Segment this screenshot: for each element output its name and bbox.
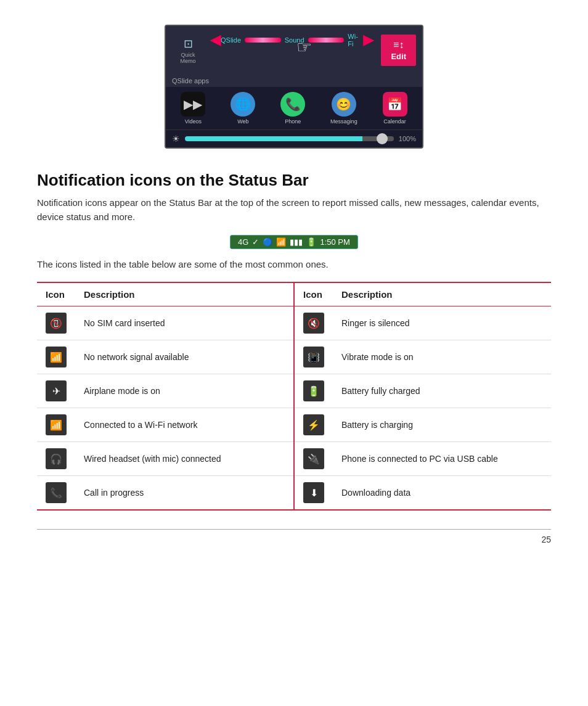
icon-box: ⬇ [303, 482, 324, 503]
icons-note: The icons listed in the table below are … [37, 259, 551, 269]
desc-cell: Phone is connected to PC via USB cable [333, 442, 551, 476]
icon-cell: 🎧 [37, 442, 75, 476]
icon-cell: 📞 [37, 476, 75, 511]
quick-bar-items: ⊡ QuickMemo ◀ QSlide Sound Wi- [172, 30, 378, 71]
arrow-right-icon: ▶ [363, 32, 374, 48]
swipe-bar2 [308, 38, 345, 43]
status-bar-image: 4G ✓ 🔵 📶 ▮▮▮ 🔋 1:50 PM [230, 235, 358, 249]
icon-cell: 📵 [37, 306, 75, 340]
icon-box: 📶 [46, 347, 67, 367]
brightness-pct: 100% [399, 135, 416, 142]
qslide-section-label: QSlide apps [166, 75, 422, 87]
edit-button[interactable]: ≡↕ Edit [381, 35, 416, 66]
icon-cell: 🔌 [295, 442, 333, 476]
phone-ui-container: ⊡ QuickMemo ◀ QSlide Sound Wi- [37, 25, 551, 149]
section-description: Notification icons appear on the Status … [37, 196, 551, 224]
icon-box: ✈ [46, 380, 67, 401]
icon-box: ⚡ [303, 414, 324, 435]
icon-cell: 🔋 [295, 374, 333, 408]
icon-cell: 📶 [37, 340, 75, 374]
desc-cell: Ringer is silenced [333, 306, 551, 340]
arrow-left-icon: ◀ [210, 32, 221, 48]
table-row: 📶No network signal available [37, 340, 293, 374]
app-messaging-icon: 😊 [332, 92, 356, 117]
icon-cell: ✈ [37, 374, 75, 408]
status-wifi-icon: 📶 [276, 237, 286, 247]
apps-row: ▶▶ Videos 🌐 Web 📞 Phone 😊 Messaging 📅 Ca… [166, 87, 422, 129]
icon-box: 🔌 [303, 448, 324, 469]
icon-cell: 🔇 [295, 306, 333, 340]
desc-cell: Airplane mode is on [75, 374, 293, 408]
right-icons-table: Icon Description 🔇Ringer is silenced📳Vib… [295, 283, 551, 511]
desc-cell: No SIM card inserted [75, 306, 293, 340]
app-web-icon: 🌐 [231, 92, 255, 117]
quick-memo-icon: ⊡ [184, 37, 193, 51]
status-signal-icon: ▮▮▮ [290, 237, 303, 247]
app-messaging: 😊 Messaging [330, 92, 357, 125]
app-videos-label: Videos [185, 118, 202, 125]
icon-box: 📳 [303, 347, 324, 367]
app-videos-icon: ▶▶ [181, 92, 205, 117]
table-row: 📶Connected to a Wi-Fi network [37, 408, 293, 442]
icon-cell: ⬇ [295, 476, 333, 511]
edit-icon: ≡↕ [393, 39, 404, 51]
app-phone-icon: 📞 [280, 92, 305, 117]
icon-box: 🎧 [46, 448, 67, 469]
app-phone: 📞 Phone [280, 92, 305, 125]
quick-memo-label: QuickMemo [180, 52, 195, 64]
left-desc-header: Description [75, 283, 293, 306]
icon-box: 📞 [46, 482, 67, 503]
finger-gesture: ☞ [296, 37, 312, 57]
table-row: 📳Vibrate mode is on [295, 340, 551, 374]
app-calendar: 📅 Calendar [383, 92, 407, 125]
status-check-icon: ✓ [252, 237, 259, 247]
status-bar-demo: 4G ✓ 🔵 📶 ▮▮▮ 🔋 1:50 PM [37, 235, 551, 249]
icons-table-wrap: Icon Description 📵No SIM card inserted📶N… [37, 282, 551, 511]
brightness-row: ☀ 100% [166, 129, 422, 147]
icon-cell: ⚡ [295, 408, 333, 442]
qslide-label: QSlide [221, 36, 241, 44]
status-4g-icon: 4G [238, 237, 248, 247]
table-row: 🔌Phone is connected to PC via USB cable [295, 442, 551, 476]
desc-cell: Vibrate mode is on [333, 340, 551, 374]
desc-cell: Wired headset (with mic) connected [75, 442, 293, 476]
quick-memo-item: ⊡ QuickMemo [172, 35, 204, 67]
icon-box: 🔋 [303, 380, 324, 401]
app-videos: ▶▶ Videos [181, 92, 205, 125]
desc-cell: Connected to a Wi-Fi network [75, 408, 293, 442]
desc-cell: Call in progress [75, 476, 293, 511]
desc-cell: Downloading data [333, 476, 551, 511]
edit-label: Edit [391, 52, 406, 61]
status-battery-icon: 🔋 [306, 237, 316, 247]
status-time: 1:50 PM [320, 237, 349, 247]
desc-cell: No network signal available [75, 340, 293, 374]
right-desc-header: Description [333, 283, 551, 306]
brightness-thumb [377, 133, 388, 144]
table-row: 🎧Wired headset (with mic) connected [37, 442, 293, 476]
left-icon-header: Icon [37, 283, 75, 306]
table-row: 🔇Ringer is silenced [295, 306, 551, 340]
wifi-label: Wi-Fi [348, 33, 363, 47]
table-row: ⬇Downloading data [295, 476, 551, 511]
table-row: 📞Call in progress [37, 476, 293, 511]
section-title: Notification icons on the Status Bar [37, 171, 551, 190]
quick-bar: ⊡ QuickMemo ◀ QSlide Sound Wi- [166, 26, 422, 75]
icon-cell: 📶 [37, 408, 75, 442]
desc-cell: Battery is charging [333, 408, 551, 442]
status-bluetooth-icon: 🔵 [263, 237, 272, 247]
app-web-label: Web [237, 118, 248, 125]
swipe-area: ◀ QSlide Sound Wi-Fi ▶ [205, 30, 378, 71]
brightness-icon: ☀ [172, 134, 180, 144]
icon-box: 🔇 [303, 313, 324, 334]
brightness-bar [185, 136, 394, 141]
app-messaging-label: Messaging [330, 118, 357, 125]
swipe-arrows: ◀ QSlide Sound Wi-Fi ▶ [210, 32, 374, 48]
app-calendar-label: Calendar [383, 118, 406, 125]
table-row: ✈Airplane mode is on [37, 374, 293, 408]
icon-cell: 📳 [295, 340, 333, 374]
desc-cell: Battery fully charged [333, 374, 551, 408]
page-number-value: 25 [541, 535, 551, 544]
app-web: 🌐 Web [231, 92, 255, 125]
app-phone-label: Phone [285, 118, 301, 125]
app-calendar-icon: 📅 [383, 92, 407, 117]
